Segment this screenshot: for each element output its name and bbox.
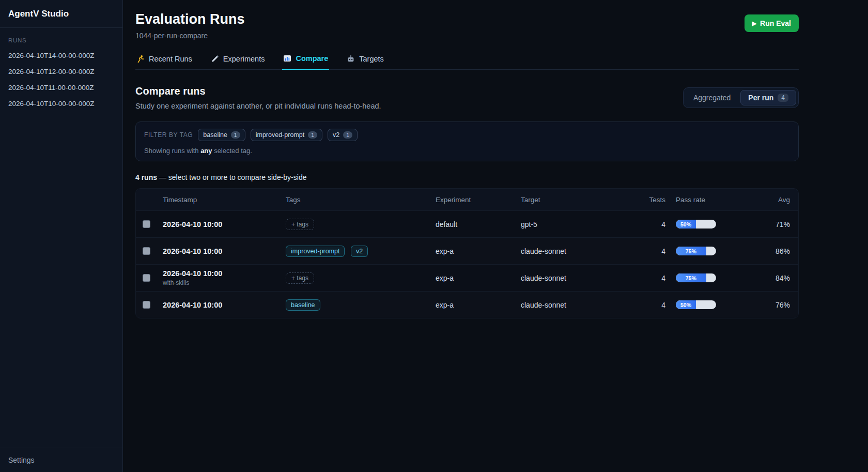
toggle-per-run-label: Per run [748, 94, 773, 102]
run-experiment: exp-a [436, 301, 521, 309]
tab-bar: Recent Runs Experiments Compare Targets [135, 53, 799, 70]
col-header-tags: Tags [286, 196, 436, 204]
run-target: claude-sonnet [521, 247, 640, 255]
pencil-icon [211, 55, 219, 63]
run-avg: 71% [764, 220, 798, 229]
run-tests: 4 [640, 220, 676, 229]
runs-table: Timestamp Tags Experiment Target Tests P… [135, 188, 799, 318]
table-row[interactable]: 2026-04-10 10:00 + tags default gpt-5 4 … [136, 210, 798, 237]
tag-name: improved-prompt [256, 131, 304, 139]
view-toggle: Aggregated Per run 4 [683, 87, 799, 108]
run-avg: 76% [764, 301, 798, 309]
tag-filter-improved-prompt[interactable]: improved-prompt 1 [251, 129, 322, 141]
col-header-target: Target [521, 196, 640, 204]
play-icon: ▶ [752, 20, 756, 27]
table-row[interactable]: 2026-04-10 10:00 baseline exp-a claude-s… [136, 291, 798, 318]
bar-chart-icon [283, 54, 291, 63]
tab-recent-runs[interactable]: Recent Runs [135, 53, 193, 69]
app-title: AgentV Studio [0, 0, 122, 28]
filter-note: Showing runs with any selected tag. [144, 147, 790, 155]
pass-rate-bar: 75% [676, 247, 716, 255]
pass-rate-bar: 50% [676, 220, 716, 229]
run-tag-chip[interactable]: v2 [351, 246, 368, 257]
tag-name: baseline [203, 131, 227, 139]
run-experiment: default [436, 220, 521, 229]
run-tag-chip[interactable]: baseline [286, 299, 320, 311]
robot-icon [347, 55, 355, 63]
row-checkbox[interactable] [143, 274, 150, 282]
table-row[interactable]: 2026-04-10 10:00 improved-prompt v2 exp-… [136, 237, 798, 264]
tag-count-badge: 1 [308, 131, 317, 139]
sidebar-run-item[interactable]: 2026-04-10T14-00-00-000Z [0, 48, 122, 64]
runs-summary: 4 runs — select two or more to compare s… [135, 173, 799, 181]
run-target: claude-sonnet [521, 301, 640, 309]
filter-note-emphasis: any [200, 147, 212, 155]
pass-rate-label: 50% [680, 302, 691, 308]
run-experiment: exp-a [436, 247, 521, 255]
sidebar-run-item[interactable]: 2026-04-10T12-00-00-000Z [0, 64, 122, 80]
tag-name: v2 [333, 131, 339, 139]
run-eval-label: Run Eval [760, 19, 791, 27]
run-tests: 4 [640, 247, 676, 255]
col-header-timestamp: Timestamp [163, 196, 286, 204]
filter-label: FILTER BY TAG [144, 131, 193, 139]
page-title: Evaluation Runs [135, 11, 245, 27]
sidebar-run-item[interactable]: 2026-04-10T10-00-00-000Z [0, 96, 122, 112]
tag-filter-panel: FILTER BY TAG baseline 1 improved-prompt… [135, 121, 799, 161]
run-tag-chip[interactable]: improved-prompt [286, 246, 345, 257]
tag-filter-baseline[interactable]: baseline 1 [198, 129, 245, 141]
run-subtitle: with-skills [163, 279, 281, 286]
main-content: Evaluation Runs 1044-per-run-compare ▶ R… [123, 0, 868, 472]
tab-label: Compare [296, 54, 328, 63]
page-subtitle: 1044-per-run-compare [135, 32, 245, 40]
tab-targets[interactable]: Targets [346, 53, 385, 69]
run-tests: 4 [640, 274, 676, 282]
row-checkbox[interactable] [143, 247, 150, 255]
tab-label: Recent Runs [149, 55, 192, 63]
row-checkbox[interactable] [143, 301, 150, 309]
run-experiment: exp-a [436, 274, 521, 282]
sidebar-section-label: RUNS [0, 28, 122, 48]
col-header-experiment: Experiment [436, 196, 521, 204]
sidebar-item-settings[interactable]: Settings [0, 448, 122, 472]
runner-icon [136, 55, 145, 63]
table-header-row: Timestamp Tags Experiment Target Tests P… [136, 189, 798, 210]
tag-count-badge: 1 [343, 131, 352, 139]
pass-rate-label: 50% [680, 221, 691, 227]
tag-filter-v2[interactable]: v2 1 [328, 129, 358, 141]
tab-label: Experiments [223, 55, 265, 63]
col-header-avg: Avg [764, 196, 798, 204]
run-timestamp: 2026-04-10 10:00 [163, 247, 281, 255]
compare-description: Study one experiment against another, or… [135, 102, 381, 110]
add-tags-button[interactable]: + tags [286, 272, 314, 284]
pass-rate-label: 75% [686, 248, 696, 254]
pass-rate-bar: 50% [676, 300, 716, 309]
tab-compare[interactable]: Compare [282, 53, 329, 70]
add-tags-button[interactable]: + tags [286, 219, 314, 230]
toggle-aggregated[interactable]: Aggregated [686, 90, 738, 105]
sidebar-spacer [0, 112, 122, 448]
run-avg: 86% [764, 247, 798, 255]
tag-count-badge: 1 [231, 131, 240, 139]
col-header-tests: Tests [640, 196, 676, 204]
sidebar-run-item[interactable]: 2026-04-10T11-00-00-000Z [0, 80, 122, 96]
compare-heading: Compare runs [135, 85, 381, 97]
run-eval-button[interactable]: ▶ Run Eval [745, 14, 799, 32]
table-row[interactable]: 2026-04-10 10:00 with-skills + tags exp-… [136, 264, 798, 291]
run-target: gpt-5 [521, 220, 640, 229]
run-timestamp: 2026-04-10 10:00 [163, 269, 281, 278]
col-header-pass-rate: Pass rate [676, 196, 764, 204]
tab-experiments[interactable]: Experiments [210, 53, 266, 69]
pass-rate-label: 75% [686, 275, 696, 281]
row-checkbox[interactable] [143, 220, 150, 228]
run-target: claude-sonnet [521, 274, 640, 282]
tab-label: Targets [359, 55, 384, 63]
per-run-count-badge: 4 [778, 94, 788, 102]
run-timestamp: 2026-04-10 10:00 [163, 301, 281, 309]
run-tests: 4 [640, 301, 676, 309]
toggle-per-run[interactable]: Per run 4 [740, 90, 796, 105]
pass-rate-bar: 75% [676, 273, 716, 282]
run-timestamp: 2026-04-10 10:00 [163, 220, 281, 229]
run-avg: 84% [764, 274, 798, 282]
sidebar: AgentV Studio RUNS 2026-04-10T14-00-00-0… [0, 0, 123, 472]
